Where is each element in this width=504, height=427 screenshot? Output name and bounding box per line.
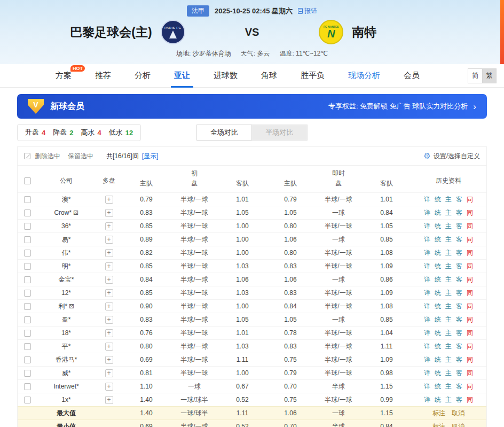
history-link-客[interactable]: 客 [456,289,462,297]
company-name[interactable]: 平* [62,343,71,350]
history-link-详[interactable]: 详 [424,329,430,337]
tab-方案[interactable]: 方案HOT [56,64,72,88]
expand-multi-button[interactable]: + [105,329,113,337]
history-link-同[interactable]: 同 [467,383,473,390]
expand-multi-button[interactable]: + [105,396,113,404]
show-link[interactable]: [显示] [142,152,159,161]
company-name[interactable]: 香港马* [56,356,77,363]
history-link-详[interactable]: 详 [424,343,430,350]
company-name[interactable]: Interwet* [53,383,78,390]
delete-selected-button[interactable]: 删除选中 [35,152,60,161]
expand-multi-button[interactable]: + [105,236,113,244]
history-link-同[interactable]: 同 [467,329,473,337]
history-link-详[interactable]: 详 [424,209,430,216]
history-link-主[interactable]: 主 [445,356,452,363]
expand-multi-button[interactable]: + [105,196,113,204]
tab-亚让[interactable]: 亚让 [174,64,190,88]
row-checkbox[interactable] [24,383,31,390]
history-link-统[interactable]: 统 [435,276,441,283]
history-link-同[interactable]: 同 [467,276,473,283]
expand-multi-button[interactable]: + [105,222,113,230]
history-link-统[interactable]: 统 [435,249,441,257]
tab-现场分析[interactable]: 现场分析 [348,64,380,88]
history-link-详[interactable]: 详 [424,383,430,390]
history-link-同[interactable]: 同 [467,236,473,243]
history-link-同[interactable]: 同 [467,209,473,216]
vip-banner[interactable]: V 新球会员 专享权益: 免费解锁 免广告 球队实力对比分析 › [17,94,487,119]
history-link-客[interactable]: 客 [456,222,462,230]
select-all-checkbox[interactable] [24,177,31,184]
history-link-统[interactable]: 统 [435,369,441,377]
history-link-主[interactable]: 主 [445,302,452,310]
company-name[interactable]: 明* [62,262,71,270]
history-link-主[interactable]: 主 [445,196,452,203]
row-checkbox[interactable] [24,263,31,270]
history-link-详[interactable]: 详 [424,262,430,270]
history-link-同[interactable]: 同 [467,222,473,230]
history-link-主[interactable]: 主 [445,396,452,403]
history-link-主[interactable]: 主 [445,262,452,270]
history-link-同[interactable]: 同 [467,316,473,323]
expand-multi-button[interactable]: + [105,249,113,257]
keep-selected-button[interactable]: 保留选中 [68,152,93,161]
row-checkbox[interactable] [24,223,31,230]
history-link-主[interactable]: 主 [445,329,452,337]
history-link-主[interactable]: 主 [445,343,452,350]
history-link-主[interactable]: 主 [445,383,452,390]
expand-multi-button[interactable]: + [105,289,113,297]
history-link-同[interactable]: 同 [467,249,473,257]
history-link-详[interactable]: 详 [424,369,430,377]
history-link-客[interactable]: 客 [456,236,462,243]
company-name[interactable]: 18* [61,329,71,337]
expand-multi-button[interactable]: + [105,383,113,391]
row-checkbox[interactable] [24,343,31,350]
history-link-客[interactable]: 客 [456,209,462,216]
history-link-同[interactable]: 同 [467,302,473,310]
history-link-客[interactable]: 客 [456,356,462,363]
history-link-主[interactable]: 主 [445,222,452,230]
history-link-统[interactable]: 统 [435,236,441,243]
row-checkbox[interactable] [24,397,31,403]
history-link-客[interactable]: 客 [456,302,462,310]
history-link-同[interactable]: 同 [467,262,473,270]
history-link-同[interactable]: 同 [467,289,473,297]
half-match-toggle[interactable]: 半场对比 [252,125,308,141]
mark-link[interactable]: 标注 [432,409,445,417]
lang-simplified-button[interactable]: 简 [468,69,482,83]
row-checkbox[interactable] [24,196,31,203]
history-link-客[interactable]: 客 [456,249,462,257]
row-checkbox[interactable] [24,236,31,243]
history-link-主[interactable]: 主 [445,209,452,216]
company-name[interactable]: 伟* [62,249,71,257]
history-link-详[interactable]: 详 [424,316,430,323]
row-checkbox[interactable] [24,276,31,283]
tab-会员[interactable]: 会员 [404,64,420,88]
company-name[interactable]: 盈* [62,316,71,323]
row-checkbox[interactable] [24,209,31,216]
expand-multi-button[interactable]: + [105,316,113,324]
row-checkbox[interactable] [24,250,31,257]
history-link-同[interactable]: 同 [467,356,473,363]
history-link-详[interactable]: 详 [424,302,430,310]
history-link-详[interactable]: 详 [424,356,430,363]
row-checkbox[interactable] [24,290,31,297]
history-link-客[interactable]: 客 [456,329,462,337]
expand-multi-button[interactable]: + [105,343,113,351]
company-name[interactable]: 利* [58,302,67,310]
company-name[interactable]: 1x* [61,396,70,403]
history-link-详[interactable]: 详 [424,196,430,203]
company-name[interactable]: 36* [61,222,71,230]
history-link-详[interactable]: 详 [424,222,430,230]
company-name[interactable]: 威* [62,369,71,377]
history-link-统[interactable]: 统 [435,383,441,390]
history-link-主[interactable]: 主 [445,316,452,323]
report-error-link[interactable]: 报错 [298,6,317,15]
lang-traditional-button[interactable]: 繁 [482,69,496,83]
history-link-详[interactable]: 详 [424,276,430,283]
history-link-统[interactable]: 统 [435,196,441,203]
row-checkbox[interactable] [24,303,31,310]
tab-胜平负[interactable]: 胜平负 [301,64,325,88]
row-checkbox[interactable] [24,316,31,323]
company-name[interactable]: Crow* [54,209,72,216]
company-name[interactable]: 12* [61,289,71,297]
